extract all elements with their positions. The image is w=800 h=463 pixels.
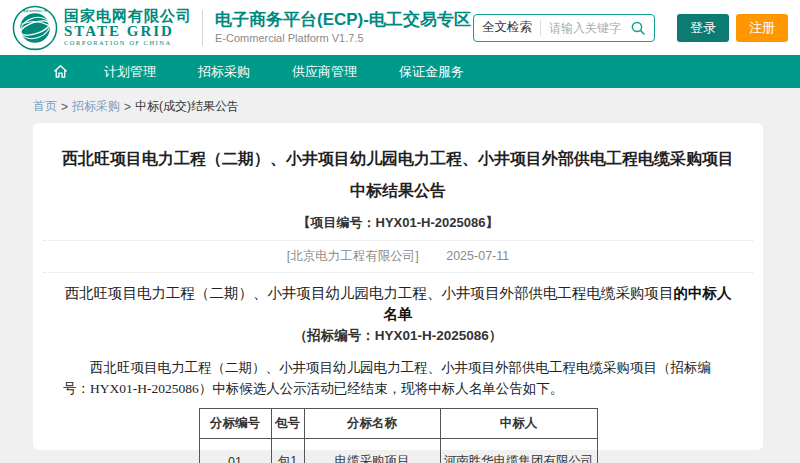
header: 国家电网有限公司 STATE GRID 国家电网有限公司 STATE GRID … <box>0 0 800 55</box>
login-button[interactable]: 登录 <box>677 14 729 42</box>
search-divider <box>540 20 541 36</box>
search-icon[interactable] <box>630 20 646 36</box>
breadcrumb-bidding-link[interactable]: 招标采购 <box>72 98 120 115</box>
company-name-cn: 国家电网有限公司 <box>64 8 192 24</box>
home-icon <box>52 63 69 80</box>
table-row: 01 包1 电缆采购项目 河南胜华电缆集团有限公司 <box>199 439 597 463</box>
breadcrumb-separator: > <box>61 100 68 114</box>
svg-text:STATE GRID: STATE GRID <box>28 46 43 49</box>
announcement-title: 西北旺项目电力工程（二期）、小井项目幼儿园电力工程、小井项目外部供电工程电缆采购… <box>33 143 763 207</box>
company-name-en: STATE GRID <box>64 24 192 40</box>
publish-date: 2025-07-11 <box>446 249 509 263</box>
cell-winner: 河南胜华电缆集团有限公司 <box>440 439 597 463</box>
home-nav-button[interactable] <box>38 55 83 88</box>
column-header-section-name: 分标名称 <box>304 409 440 439</box>
nav-item-supplier-management[interactable]: 供应商管理 <box>271 55 378 88</box>
cell-package-no: 包1 <box>271 439 304 463</box>
project-number-line: 【项目编号：HYX01-H-2025086】 <box>43 214 753 241</box>
company-name-sub: CORPORATION OF CHINA <box>64 40 192 47</box>
announcement-panel: 西北旺项目电力工程（二期）、小井项目幼儿园电力工程、小井项目外部供电工程电缆采购… <box>33 123 763 450</box>
cell-section-no: 01 <box>199 439 271 463</box>
column-header-package-no: 包号 <box>271 409 304 439</box>
state-grid-logo: 国家电网有限公司 STATE GRID 国家电网有限公司 STATE GRID … <box>12 5 192 51</box>
nav-item-deposit-service[interactable]: 保证金服务 <box>378 55 485 88</box>
winner-table-header-row: 分标编号 包号 分标名称 中标人 <box>199 409 597 439</box>
column-header-winner: 中标人 <box>440 409 597 439</box>
breadcrumb-home-link[interactable]: 首页 <box>33 98 57 115</box>
announcement-body: 西北旺项目电力工程（二期）、小井项目幼儿园电力工程、小井项目外部供电工程电缆采购… <box>33 357 763 399</box>
column-header-section-no: 分标编号 <box>199 409 271 439</box>
bid-number-line: （招标编号：HYX01-H-2025086） <box>33 327 763 345</box>
register-button[interactable]: 注册 <box>736 14 788 42</box>
breadcrumb-separator: > <box>124 100 131 114</box>
winner-list-subtitle: 西北旺项目电力工程（二期）、小井项目幼儿园电力工程、小井项目外部供电工程电缆采购… <box>33 283 763 325</box>
publisher-date-line: [北京电力工程有限公司] 2025-07-11 <box>43 241 753 273</box>
nav-item-bidding-procurement[interactable]: 招标采购 <box>177 55 271 88</box>
winner-table: 分标编号 包号 分标名称 中标人 01 包1 电缆采购项目 河南胜华电缆集团有限… <box>199 408 598 463</box>
main-nav: 计划管理 招标采购 供应商管理 保证金服务 <box>0 55 800 88</box>
publisher-name: [北京电力工程有限公司] <box>287 249 419 263</box>
breadcrumb-current-page: 中标(成交)结果公告 <box>135 98 239 115</box>
cell-section-name: 电缆采购项目 <box>304 439 440 463</box>
breadcrumb: 首页 > 招标采购 > 中标(成交)结果公告 <box>33 98 800 115</box>
header-divider <box>202 10 203 46</box>
platform-version: E-Commercial Platform V1.7.5 <box>215 32 471 46</box>
nav-item-plan-management[interactable]: 计划管理 <box>83 55 177 88</box>
search-box: 全文检索 <box>473 14 655 42</box>
search-input[interactable] <box>549 21 630 35</box>
state-grid-emblem-icon: 国家电网有限公司 STATE GRID <box>12 5 58 51</box>
svg-text:国家电网有限公司: 国家电网有限公司 <box>23 8 47 12</box>
platform-title: 电子商务平台(ECP)-电工交易专区 <box>215 9 471 30</box>
search-scope-label[interactable]: 全文检索 <box>482 19 532 36</box>
winner-list-subtitle-main: 西北旺项目电力工程（二期）、小井项目幼儿园电力工程、小井项目外部供电工程电缆采购… <box>65 285 674 301</box>
